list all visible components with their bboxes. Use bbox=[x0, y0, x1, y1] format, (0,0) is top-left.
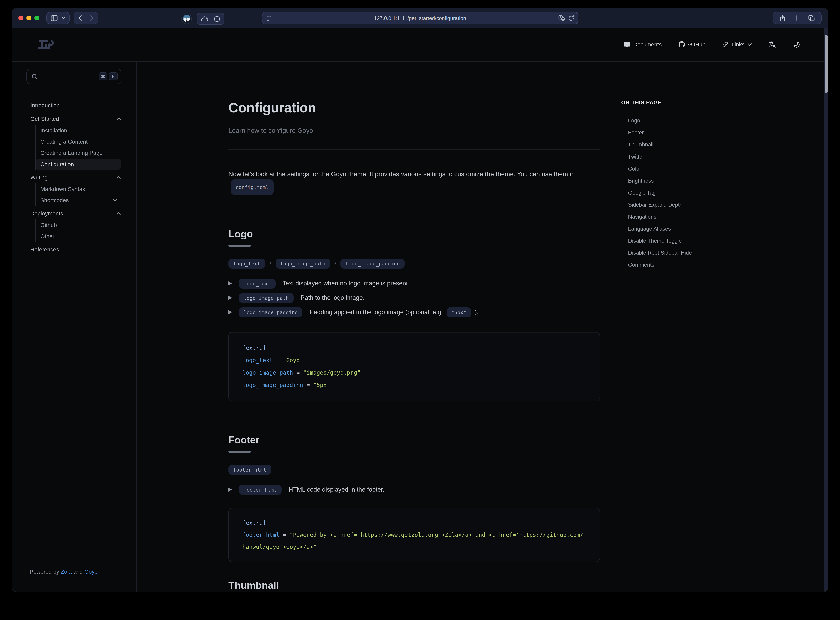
theme-toggle-button[interactable] bbox=[793, 41, 800, 48]
sidebar-item-references[interactable]: References bbox=[30, 243, 121, 255]
sidebar-item-other[interactable]: Other bbox=[36, 230, 121, 242]
reload-icon[interactable] bbox=[568, 15, 574, 21]
translate-icon bbox=[769, 41, 776, 48]
icloud-tab-icon[interactable] bbox=[201, 16, 208, 21]
triangle-bullet-icon bbox=[228, 281, 232, 285]
browser-window: 127.0.0.1:1111/get_started/configuration bbox=[12, 8, 828, 592]
tab-overview-icon[interactable] bbox=[808, 15, 815, 21]
toc-item-language-aliases[interactable]: Language Aliases bbox=[621, 223, 823, 235]
code-block-footer[interactable]: [extra]footer_html = "Powered by <a href… bbox=[228, 507, 600, 562]
toc-item-comments[interactable]: Comments bbox=[621, 259, 823, 271]
toolbar-separator bbox=[86, 15, 86, 21]
bullet-item: logo_image_path: Path to the logo image. bbox=[228, 293, 600, 303]
inline-code-badge: logo_image_path bbox=[239, 293, 294, 303]
info-icon[interactable] bbox=[214, 16, 220, 22]
sidebar-item-deployments[interactable]: Deployments bbox=[30, 207, 121, 219]
intro-text: Now let's look at the settings for the G… bbox=[228, 170, 575, 177]
sidebar-item-introduction[interactable]: Introduction bbox=[30, 99, 121, 111]
toc-item-google-tag[interactable]: Google Tag bbox=[621, 187, 823, 199]
toc-item-twitter[interactable]: Twitter bbox=[621, 150, 823, 163]
toc-item-disable-root-sidebar-hide[interactable]: Disable Root Sidebar Hide bbox=[621, 247, 823, 259]
sidebar-item-get-started[interactable]: Get Started bbox=[30, 113, 121, 125]
sidebar-toggle-icon[interactable] bbox=[51, 15, 58, 21]
sidebar-item-configuration[interactable]: Configuration bbox=[36, 158, 121, 170]
forward-button[interactable] bbox=[90, 15, 94, 21]
section-thumbnail: Thumbnail bbox=[228, 579, 600, 592]
goyo-link[interactable]: Goyo bbox=[84, 568, 98, 575]
bullet-text: ). bbox=[475, 307, 479, 318]
sidebar-item-creating-a-content[interactable]: Creating a Content bbox=[36, 136, 121, 147]
nav-documents[interactable]: Documents bbox=[624, 41, 662, 48]
toc-item-brightness[interactable]: Brightness bbox=[621, 175, 823, 187]
sidebar: ⌘ K IntroductionGet StartedInstallationC… bbox=[12, 62, 137, 591]
url-text[interactable]: 127.0.0.1:1111/get_started/configuration bbox=[374, 15, 466, 21]
toc-item-footer[interactable]: Footer bbox=[621, 126, 823, 138]
code-block-logo[interactable]: [extra]logo_text = "Goyo"logo_image_path… bbox=[228, 332, 600, 402]
chevron-down-icon bbox=[748, 43, 752, 46]
reader-view-icon[interactable] bbox=[266, 15, 271, 21]
page-body: ⌘ K IntroductionGet StartedInstallationC… bbox=[12, 62, 823, 591]
toc-item-color[interactable]: Color bbox=[621, 163, 823, 175]
chevron-up-icon bbox=[116, 176, 121, 179]
sidebar-item-github[interactable]: Github bbox=[36, 219, 121, 230]
code-line: [extra] bbox=[242, 517, 586, 529]
k-key-badge: K bbox=[109, 72, 118, 80]
nav-github-label: GitHub bbox=[688, 41, 706, 48]
site-header: Documents GitHub Links bbox=[12, 28, 828, 62]
code-line: footer_html = "Powered by <a href='https… bbox=[242, 529, 586, 553]
zola-link[interactable]: Zola bbox=[61, 568, 72, 575]
heading-underline bbox=[228, 245, 251, 247]
search-box[interactable]: ⌘ K bbox=[26, 69, 121, 84]
code-token-op: = bbox=[293, 369, 303, 376]
extension-avatar-icon[interactable] bbox=[181, 14, 192, 24]
badge-separator: / bbox=[335, 260, 336, 267]
bullet-item: logo_image_padding: Padding applied to t… bbox=[228, 307, 600, 318]
address-bar[interactable]: 127.0.0.1:1111/get_started/configuration bbox=[262, 12, 578, 24]
scrollbar-thumb[interactable] bbox=[825, 35, 828, 93]
site-logo[interactable] bbox=[38, 39, 57, 50]
code-line: logo_image_padding = "5px" bbox=[242, 379, 586, 391]
new-tab-icon[interactable] bbox=[794, 15, 799, 21]
code-token-str: "Goyo" bbox=[283, 357, 303, 363]
nav-links[interactable]: Links bbox=[722, 41, 752, 48]
toc-item-navigations[interactable]: Navigations bbox=[621, 211, 823, 223]
bullet-item: footer_html: HTML code displayed in the … bbox=[228, 484, 600, 495]
nav-github[interactable]: GitHub bbox=[679, 41, 706, 48]
minimize-window-button[interactable] bbox=[26, 16, 31, 20]
code-token-key: logo_image_padding bbox=[242, 382, 303, 388]
intro-paragraph: Now let's look at the settings for the G… bbox=[228, 168, 600, 195]
sidebar-item-label: Creating a Content bbox=[41, 138, 87, 145]
share-icon[interactable] bbox=[780, 15, 785, 21]
toc-item-logo[interactable]: Logo bbox=[621, 114, 823, 126]
section-heading-footer: Footer bbox=[228, 433, 600, 446]
sidebar-item-creating-a-landing-page[interactable]: Creating a Landing Page bbox=[36, 147, 121, 158]
inline-code-badge: logo_text bbox=[239, 278, 275, 288]
nav-links-label: Links bbox=[731, 41, 745, 48]
language-switcher-button[interactable] bbox=[769, 41, 776, 48]
section-logo: Logo logo_text/logo_image_path/logo_imag… bbox=[228, 227, 600, 402]
inline-code-badge: "5px" bbox=[446, 307, 471, 317]
sidebar-item-label: Shortcodes bbox=[41, 197, 69, 203]
bullet-text: : Padding applied to the logo image (opt… bbox=[306, 307, 443, 318]
toc-item-disable-theme-toggle[interactable]: Disable Theme Toggle bbox=[621, 235, 823, 247]
param-badges-row: logo_text/logo_image_path/logo_image_pad… bbox=[228, 259, 600, 269]
translate-page-icon[interactable] bbox=[558, 15, 565, 21]
sidebar-item-label: Introduction bbox=[30, 102, 60, 108]
code-token-key: logo_image_path bbox=[242, 369, 293, 376]
zoom-window-button[interactable] bbox=[35, 16, 39, 20]
sidebar-item-label: Markdown Syntax bbox=[41, 186, 85, 192]
toc-item-thumbnail[interactable]: Thumbnail bbox=[621, 138, 823, 150]
search-input[interactable] bbox=[41, 73, 98, 80]
back-button[interactable] bbox=[78, 15, 82, 21]
sidebar-toggle-group[interactable] bbox=[47, 12, 70, 24]
close-window-button[interactable] bbox=[18, 16, 23, 20]
toc-item-sidebar-expand-depth[interactable]: Sidebar Expand Depth bbox=[621, 199, 823, 211]
sidebar-item-shortcodes[interactable]: Shortcodes bbox=[36, 194, 121, 206]
sidebar-item-writing[interactable]: Writing bbox=[30, 171, 121, 183]
sidebar-item-installation[interactable]: Installation bbox=[36, 125, 121, 136]
sidebar-menu-chevron-icon[interactable] bbox=[62, 17, 65, 19]
history-nav-group bbox=[74, 12, 98, 24]
sidebar-item-markdown-syntax[interactable]: Markdown Syntax bbox=[36, 183, 121, 194]
sidebar-subgroup: InstallationCreating a ContentCreating a… bbox=[35, 125, 121, 170]
scrollbar-track[interactable] bbox=[823, 28, 828, 591]
